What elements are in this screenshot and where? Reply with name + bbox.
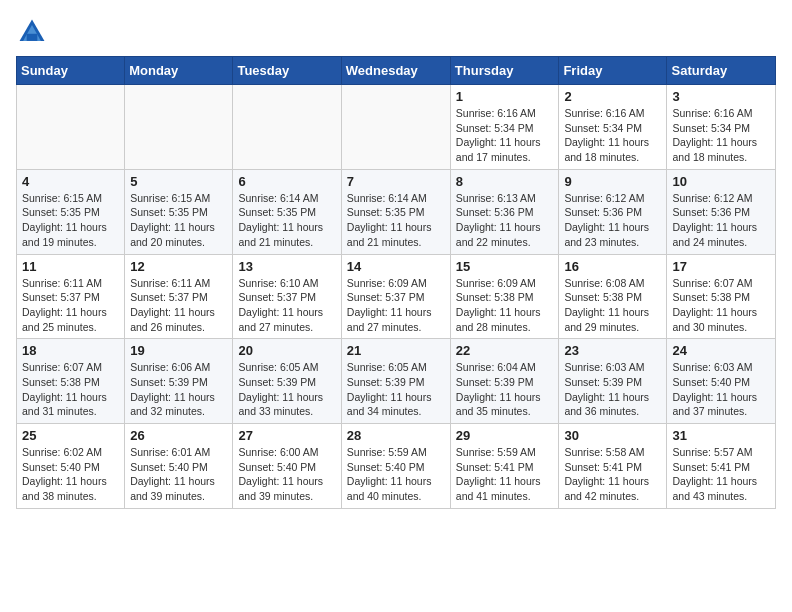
calendar-cell: 15Sunrise: 6:09 AMSunset: 5:38 PMDayligh… (450, 254, 559, 339)
day-number: 4 (22, 174, 119, 189)
day-info: Sunrise: 6:03 AMSunset: 5:39 PMDaylight:… (564, 360, 661, 419)
weekday-header: Wednesday (341, 57, 450, 85)
day-info: Sunrise: 6:03 AMSunset: 5:40 PMDaylight:… (672, 360, 770, 419)
day-number: 13 (238, 259, 335, 274)
calendar-cell: 23Sunrise: 6:03 AMSunset: 5:39 PMDayligh… (559, 339, 667, 424)
day-info: Sunrise: 6:10 AMSunset: 5:37 PMDaylight:… (238, 276, 335, 335)
day-number: 7 (347, 174, 445, 189)
weekday-header: Thursday (450, 57, 559, 85)
calendar-week-row: 4Sunrise: 6:15 AMSunset: 5:35 PMDaylight… (17, 169, 776, 254)
calendar-cell: 13Sunrise: 6:10 AMSunset: 5:37 PMDayligh… (233, 254, 341, 339)
day-info: Sunrise: 6:12 AMSunset: 5:36 PMDaylight:… (564, 191, 661, 250)
day-info: Sunrise: 6:09 AMSunset: 5:37 PMDaylight:… (347, 276, 445, 335)
page-header (16, 16, 776, 48)
weekday-header: Monday (125, 57, 233, 85)
day-info: Sunrise: 6:16 AMSunset: 5:34 PMDaylight:… (456, 106, 554, 165)
day-info: Sunrise: 6:05 AMSunset: 5:39 PMDaylight:… (238, 360, 335, 419)
calendar-cell: 16Sunrise: 6:08 AMSunset: 5:38 PMDayligh… (559, 254, 667, 339)
day-number: 14 (347, 259, 445, 274)
calendar-cell: 8Sunrise: 6:13 AMSunset: 5:36 PMDaylight… (450, 169, 559, 254)
calendar-cell: 5Sunrise: 6:15 AMSunset: 5:35 PMDaylight… (125, 169, 233, 254)
logo (16, 16, 52, 48)
calendar-cell: 2Sunrise: 6:16 AMSunset: 5:34 PMDaylight… (559, 85, 667, 170)
day-info: Sunrise: 6:01 AMSunset: 5:40 PMDaylight:… (130, 445, 227, 504)
day-info: Sunrise: 6:07 AMSunset: 5:38 PMDaylight:… (672, 276, 770, 335)
weekday-header: Sunday (17, 57, 125, 85)
calendar-cell: 9Sunrise: 6:12 AMSunset: 5:36 PMDaylight… (559, 169, 667, 254)
day-number: 28 (347, 428, 445, 443)
day-number: 19 (130, 343, 227, 358)
weekday-header: Saturday (667, 57, 776, 85)
calendar-cell: 12Sunrise: 6:11 AMSunset: 5:37 PMDayligh… (125, 254, 233, 339)
day-number: 31 (672, 428, 770, 443)
calendar-cell: 22Sunrise: 6:04 AMSunset: 5:39 PMDayligh… (450, 339, 559, 424)
calendar-cell: 27Sunrise: 6:00 AMSunset: 5:40 PMDayligh… (233, 424, 341, 509)
calendar-table: SundayMondayTuesdayWednesdayThursdayFrid… (16, 56, 776, 509)
calendar-cell: 25Sunrise: 6:02 AMSunset: 5:40 PMDayligh… (17, 424, 125, 509)
calendar-week-row: 25Sunrise: 6:02 AMSunset: 5:40 PMDayligh… (17, 424, 776, 509)
day-number: 25 (22, 428, 119, 443)
day-number: 21 (347, 343, 445, 358)
calendar-cell: 11Sunrise: 6:11 AMSunset: 5:37 PMDayligh… (17, 254, 125, 339)
day-number: 3 (672, 89, 770, 104)
calendar-cell: 30Sunrise: 5:58 AMSunset: 5:41 PMDayligh… (559, 424, 667, 509)
day-info: Sunrise: 5:58 AMSunset: 5:41 PMDaylight:… (564, 445, 661, 504)
day-number: 8 (456, 174, 554, 189)
day-number: 12 (130, 259, 227, 274)
calendar-cell: 24Sunrise: 6:03 AMSunset: 5:40 PMDayligh… (667, 339, 776, 424)
day-number: 15 (456, 259, 554, 274)
calendar-cell: 20Sunrise: 6:05 AMSunset: 5:39 PMDayligh… (233, 339, 341, 424)
calendar-cell: 18Sunrise: 6:07 AMSunset: 5:38 PMDayligh… (17, 339, 125, 424)
calendar-cell: 26Sunrise: 6:01 AMSunset: 5:40 PMDayligh… (125, 424, 233, 509)
day-info: Sunrise: 6:08 AMSunset: 5:38 PMDaylight:… (564, 276, 661, 335)
day-number: 22 (456, 343, 554, 358)
calendar-cell (17, 85, 125, 170)
day-info: Sunrise: 6:15 AMSunset: 5:35 PMDaylight:… (22, 191, 119, 250)
day-number: 26 (130, 428, 227, 443)
day-number: 18 (22, 343, 119, 358)
day-number: 29 (456, 428, 554, 443)
day-info: Sunrise: 6:07 AMSunset: 5:38 PMDaylight:… (22, 360, 119, 419)
day-number: 24 (672, 343, 770, 358)
calendar-cell: 4Sunrise: 6:15 AMSunset: 5:35 PMDaylight… (17, 169, 125, 254)
day-number: 27 (238, 428, 335, 443)
calendar-week-row: 11Sunrise: 6:11 AMSunset: 5:37 PMDayligh… (17, 254, 776, 339)
calendar-cell: 19Sunrise: 6:06 AMSunset: 5:39 PMDayligh… (125, 339, 233, 424)
day-number: 9 (564, 174, 661, 189)
day-info: Sunrise: 6:12 AMSunset: 5:36 PMDaylight:… (672, 191, 770, 250)
calendar-cell: 7Sunrise: 6:14 AMSunset: 5:35 PMDaylight… (341, 169, 450, 254)
calendar-week-row: 1Sunrise: 6:16 AMSunset: 5:34 PMDaylight… (17, 85, 776, 170)
day-info: Sunrise: 6:15 AMSunset: 5:35 PMDaylight:… (130, 191, 227, 250)
calendar-header-row: SundayMondayTuesdayWednesdayThursdayFrid… (17, 57, 776, 85)
day-number: 20 (238, 343, 335, 358)
calendar-cell: 21Sunrise: 6:05 AMSunset: 5:39 PMDayligh… (341, 339, 450, 424)
day-number: 10 (672, 174, 770, 189)
day-info: Sunrise: 6:13 AMSunset: 5:36 PMDaylight:… (456, 191, 554, 250)
day-info: Sunrise: 5:59 AMSunset: 5:40 PMDaylight:… (347, 445, 445, 504)
day-info: Sunrise: 6:06 AMSunset: 5:39 PMDaylight:… (130, 360, 227, 419)
day-number: 11 (22, 259, 119, 274)
calendar-cell (233, 85, 341, 170)
day-number: 16 (564, 259, 661, 274)
weekday-header: Tuesday (233, 57, 341, 85)
day-number: 23 (564, 343, 661, 358)
weekday-header: Friday (559, 57, 667, 85)
calendar-cell: 6Sunrise: 6:14 AMSunset: 5:35 PMDaylight… (233, 169, 341, 254)
day-number: 2 (564, 89, 661, 104)
calendar-cell: 1Sunrise: 6:16 AMSunset: 5:34 PMDaylight… (450, 85, 559, 170)
day-info: Sunrise: 6:04 AMSunset: 5:39 PMDaylight:… (456, 360, 554, 419)
calendar-cell: 28Sunrise: 5:59 AMSunset: 5:40 PMDayligh… (341, 424, 450, 509)
calendar-cell: 14Sunrise: 6:09 AMSunset: 5:37 PMDayligh… (341, 254, 450, 339)
calendar-cell: 29Sunrise: 5:59 AMSunset: 5:41 PMDayligh… (450, 424, 559, 509)
day-info: Sunrise: 6:14 AMSunset: 5:35 PMDaylight:… (238, 191, 335, 250)
calendar-cell (341, 85, 450, 170)
calendar-cell: 3Sunrise: 6:16 AMSunset: 5:34 PMDaylight… (667, 85, 776, 170)
calendar-cell: 31Sunrise: 5:57 AMSunset: 5:41 PMDayligh… (667, 424, 776, 509)
calendar-week-row: 18Sunrise: 6:07 AMSunset: 5:38 PMDayligh… (17, 339, 776, 424)
day-number: 1 (456, 89, 554, 104)
day-info: Sunrise: 6:00 AMSunset: 5:40 PMDaylight:… (238, 445, 335, 504)
day-number: 6 (238, 174, 335, 189)
day-info: Sunrise: 6:14 AMSunset: 5:35 PMDaylight:… (347, 191, 445, 250)
day-info: Sunrise: 5:59 AMSunset: 5:41 PMDaylight:… (456, 445, 554, 504)
day-info: Sunrise: 6:09 AMSunset: 5:38 PMDaylight:… (456, 276, 554, 335)
